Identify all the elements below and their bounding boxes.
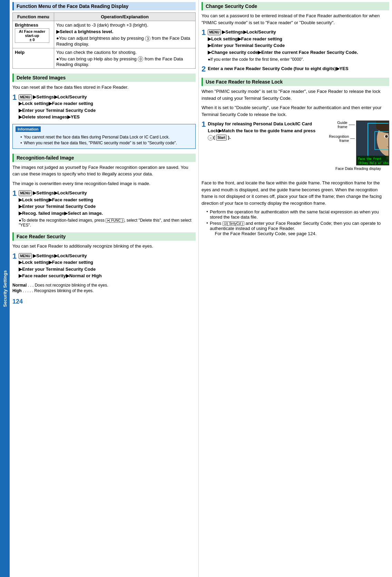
recog-step-content: MENU ▶Settings▶Lock/Security ▶Lock setti… xyxy=(19,190,196,228)
start-key: Start xyxy=(216,135,227,141)
right-column: Change Security Code You can set a passw… xyxy=(199,0,392,577)
delete-step1: 1 MENU ▶Settings▶Lock/Security ▶Lock set… xyxy=(12,94,196,121)
help-desc: You can check the cautions for shooting.… xyxy=(54,48,196,69)
face-sec-line1: MENU ▶Settings▶Lock/Security xyxy=(19,252,196,259)
brightness-desc1: You can adjust to -3 (dark) through +3 (… xyxy=(56,22,193,28)
change-sec-line1: MENU ▶Settings▶Lock/Security xyxy=(208,29,389,36)
face-reader-security-section: Face Reader Security You can set Face Re… xyxy=(12,232,196,293)
brightness-desc: You can adjust to -3 (dark) through +3 (… xyxy=(54,21,196,48)
change-sec-step2-content: Enter a new Face Reader Security Code (f… xyxy=(208,65,389,72)
help-desc1: You can check the cautions for shooting. xyxy=(56,50,193,55)
change-sec-line3: ▶Enter your Terminal Security Code xyxy=(208,42,389,49)
face-reader-security-intro: You can set Face Reader to additionally … xyxy=(12,243,196,250)
key-3-icon: 3 xyxy=(145,36,150,41)
guide-frame-label-container: Guide frame Recognition frame xyxy=(327,121,355,143)
change-security-header: Change Security Code xyxy=(202,2,389,10)
change-security-section: Change Security Code You can set a passw… xyxy=(202,2,389,73)
change-sec-line4: ▶Change security code▶Enter the current … xyxy=(208,49,389,56)
table-row-brightness: Brightness At Face readerstart-up± 0 You… xyxy=(13,21,196,48)
change-sec-step2: 2 Enter a new Face Reader Security Code … xyxy=(202,65,389,73)
key-0-icon: 0 xyxy=(138,56,143,62)
step1-line1: MENU ▶Settings▶Lock/Security xyxy=(19,94,196,100)
release-step-number: 1 xyxy=(202,121,206,128)
release-lock-step1: 1 Guide frame xyxy=(202,121,389,176)
step1-line2: ▶Lock setting▶Face reader setting xyxy=(19,100,196,107)
delete-images-section: Delete Stored Images You can reset all t… xyxy=(12,74,196,149)
diagram-labels: Guide frame Recognition frame xyxy=(327,121,389,165)
step1-line3: ▶Enter your Terminal Security Code xyxy=(19,107,196,114)
recognition-intro2: The image is overwritten every time reco… xyxy=(12,180,196,187)
face-image-box: Face the front [0]key:Help w/ shooting xyxy=(356,121,389,165)
recog-step-number: 1 xyxy=(12,190,17,197)
face-sec-step-content: MENU ▶Settings▶Lock/Security ▶Lock setti… xyxy=(19,252,196,279)
face-security-step1: 1 MENU ▶Settings▶Lock/Security ▶Lock set… xyxy=(12,252,196,279)
face-diagram: Guide frame Recognition frame xyxy=(324,121,389,173)
brightness-cell: Brightness At Face readerstart-up± 0 xyxy=(13,21,54,48)
function-menu-section: Function Menu of the Face Data Reading D… xyxy=(12,2,196,69)
circle-key-icon: ○ xyxy=(208,135,213,141)
brightness-sub-label: At Face readerstart-up± 0 xyxy=(15,28,49,43)
high-label: High xyxy=(12,288,22,293)
table-row-help: Help You can check the cautions for shoo… xyxy=(13,48,196,69)
face-reader-security-header: Face Reader Security xyxy=(12,232,196,241)
recog-line4: ▶Recog. failed image▶Select an image. xyxy=(19,210,196,217)
col-header-operation: Operation/Explanation xyxy=(54,13,196,21)
release-lock-intro1: When "PIM/IC security mode" is set to "F… xyxy=(202,88,389,102)
recognition-frame-label: Recognition frame xyxy=(327,134,349,143)
face-sec-menu-key: MENU xyxy=(19,253,31,259)
recognition-failed-header: Recognition-failed Image xyxy=(12,154,196,162)
help-label-cell: Help xyxy=(13,48,54,69)
recognition-failed-section: Recognition-failed Image The images not … xyxy=(12,154,196,228)
function-menu-header: Function Menu of the Face Data Reading D… xyxy=(12,2,196,10)
face-sec-step-number: 1 xyxy=(12,252,17,260)
guide-label-row: Guide frame xyxy=(327,121,355,129)
step1-number: 1 xyxy=(12,94,17,101)
change-sec-step2-number: 2 xyxy=(202,65,206,73)
change-sec-note: ●If you enter the code for the first tim… xyxy=(208,57,389,62)
change-sec-step1-content: MENU ▶Settings▶Lock/Security ▶Lock setti… xyxy=(208,29,389,62)
recog-line1: MENU ▶Settings▶Lock/Security xyxy=(19,190,196,196)
change-sec-step2-line: Enter a new Face Reader Security Code (f… xyxy=(208,65,389,72)
delete-images-intro: You can reset all the face data files st… xyxy=(12,84,196,91)
release-bullet-2: Press ☑( SrrtyCd ) and enter your Face R… xyxy=(206,221,389,236)
recognition-label-row: Recognition frame xyxy=(327,134,355,143)
face-sec-normal: Normal . . . Does not recognize blinking… xyxy=(12,283,196,288)
page-number: 124 xyxy=(12,298,196,305)
svg-rect-3 xyxy=(376,121,389,128)
guide-frame-label: Guide frame xyxy=(327,121,347,129)
recog-menu-key: MENU xyxy=(19,190,31,196)
face-sec-line4: ▶Face reader security▶Normal or High xyxy=(19,272,196,279)
info-box-header: Information xyxy=(16,126,41,132)
face-sec-line2: ▶Lock setting▶Face reader setting xyxy=(19,259,196,266)
function-table: Function menu Operation/Explanation Brig… xyxy=(12,12,196,69)
face-sec-line3: ▶Enter your Terminal Security Code xyxy=(19,266,196,273)
release-lock-header: Use Face Reader to Release Lock xyxy=(202,78,389,86)
svg-text:[0]key:Help w/ shooting: [0]key:Help w/ shooting xyxy=(358,162,389,165)
release-bullets: Perform the operation for authentication… xyxy=(206,209,389,236)
face-svg: Face the front [0]key:Help w/ shooting xyxy=(357,121,389,165)
recognition-line xyxy=(350,138,355,139)
brightness-desc3: ●You can adjust brightness also by press… xyxy=(56,36,193,47)
col-header-function: Function menu xyxy=(13,13,54,21)
recog-note: ●To delete the recognition-failed images… xyxy=(19,218,196,228)
face-sec-high: High . . . . . Recognizes blinking of th… xyxy=(12,288,196,293)
func-icon: i•( FUNC ) xyxy=(106,218,124,223)
recog-line2: ▶Lock setting▶Face reader setting xyxy=(19,196,196,203)
recognition-intro1: The images not judged as yourself by Fac… xyxy=(12,164,196,177)
guide-line xyxy=(349,125,355,125)
change-sec-menu-key: MENU xyxy=(208,29,220,35)
release-lock-intro2: When it is set to "Double security", use… xyxy=(202,104,389,118)
info-item-1: You cannot reset the face data files dur… xyxy=(20,135,193,140)
svg-text:Face the front: Face the front xyxy=(358,157,382,161)
step1-line4: ▶Delete stored images▶YES xyxy=(19,114,196,121)
normal-label: Normal xyxy=(12,283,27,288)
change-sec-line2: ▶Lock setting▶Face reader setting xyxy=(208,36,389,42)
change-security-intro: You can set a password to be entered ins… xyxy=(202,12,389,26)
recog-line3: ▶Enter your Terminal Security Code xyxy=(19,203,196,210)
svg-point-6 xyxy=(385,135,388,138)
delete-images-header: Delete Stored Images xyxy=(12,74,196,82)
left-column: Function Menu of the Face Data Reading D… xyxy=(10,0,199,577)
info-item-2: When you reset the face data files, "PIM… xyxy=(20,141,193,145)
recognition-step1: 1 MENU ▶Settings▶Lock/Security ▶Lock set… xyxy=(12,190,196,228)
release-bullet-1: Perform the operation for authentication… xyxy=(206,209,389,220)
